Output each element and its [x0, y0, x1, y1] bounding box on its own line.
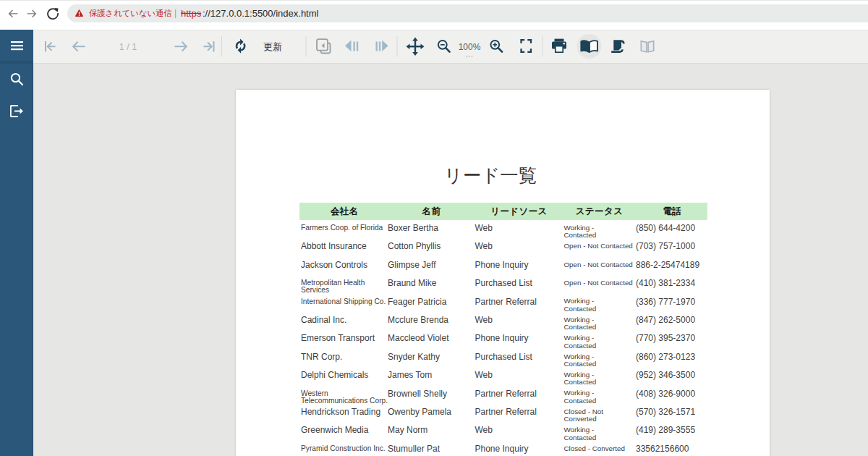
- svg-text:100%: 100%: [459, 42, 481, 52]
- svg-text:更新: 更新: [263, 41, 282, 52]
- svg-text:1 / 1: 1 / 1: [119, 42, 137, 52]
